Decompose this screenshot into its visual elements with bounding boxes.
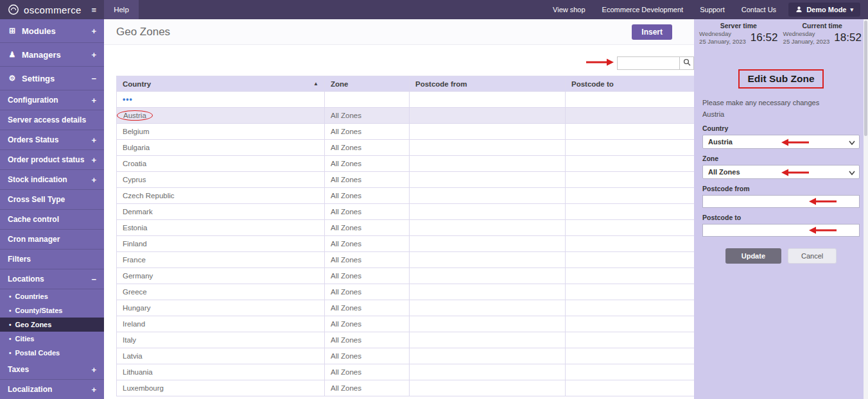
geo-zones-table: Country ▲ Zone Postcode from Postcode to… [116, 76, 695, 396]
table-row[interactable]: Czech Republic All Zones [117, 188, 695, 204]
filter-row[interactable]: ••• [117, 92, 695, 108]
table-row[interactable]: Lithuania All Zones [117, 364, 695, 380]
sidebar-item[interactable]: • Orders Status + [0, 130, 104, 150]
sidebar-item[interactable]: • Filters [0, 250, 104, 269]
table-row[interactable]: Italy All Zones [117, 332, 695, 348]
table-row[interactable]: Greece All Zones [117, 284, 695, 300]
column-header-postcode-from[interactable]: Postcode from [410, 76, 566, 92]
zone-cell: All Zones [325, 364, 410, 380]
zone-cell: All Zones [325, 140, 410, 156]
server-time-label: Server time [699, 22, 778, 30]
zone-cell: All Zones [325, 188, 410, 204]
scrollbar[interactable] [864, 19, 868, 399]
expand-icon: − [91, 74, 96, 83]
table-row[interactable]: France All Zones [117, 252, 695, 268]
table-row[interactable]: Denmark All Zones [117, 204, 695, 220]
sidebar-item[interactable]: • Countries [0, 289, 104, 303]
country-cell: Germany [117, 268, 325, 284]
sidebar-item[interactable]: ⚙ • Settings − [0, 67, 104, 90]
table-row[interactable]: Cyprus All Zones [117, 172, 695, 188]
chevron-down-icon [849, 169, 855, 176]
page-title: Geo Zones [116, 26, 170, 38]
country-cell-text: France [123, 256, 146, 264]
topbar-link[interactable]: Ecommerce Development [594, 0, 692, 19]
sidebar-item-label: Localization [8, 385, 52, 394]
postcode-from-cell [410, 124, 566, 140]
column-header-country[interactable]: Country ▲ [117, 76, 325, 92]
sidebar-item-label: Locations [8, 275, 44, 284]
country-cell: Ireland [117, 316, 325, 332]
sidebar: ⊞ • Modules + ♟ • Managers + ⚙ • Setting… [0, 19, 104, 399]
server-time-date: Wednesday 25 January, 2023 [699, 30, 746, 46]
sidebar-toggle-icon[interactable]: ≡ [91, 5, 96, 15]
search-button[interactable] [680, 56, 694, 70]
filter-dots[interactable]: ••• [123, 95, 133, 104]
country-cell: Estonia [117, 220, 325, 236]
table-row[interactable]: Germany All Zones [117, 268, 695, 284]
country-cell-text: Luxembourg [123, 384, 164, 392]
country-cell: Italy [117, 332, 325, 348]
country-cell: Lithuania [117, 364, 325, 380]
filter-cell [325, 92, 410, 108]
sidebar-item[interactable]: • Configuration + [0, 90, 104, 110]
sidebar-item[interactable]: • Localization + [0, 380, 104, 399]
annotation-arrow-icon [808, 226, 838, 237]
country-cell-text: Germany [123, 272, 153, 280]
column-header-zone[interactable]: Zone [325, 76, 410, 92]
table-row[interactable]: Finland All Zones [117, 236, 695, 252]
table-search-input[interactable] [617, 56, 680, 70]
postcode-from-cell [410, 300, 566, 316]
sidebar-item-label: Settings [22, 74, 55, 83]
postcode-from-cell [410, 332, 566, 348]
sidebar-item[interactable]: • Cities [0, 332, 104, 346]
postcode-to-cell [566, 108, 695, 124]
country-select[interactable]: Austria [702, 135, 860, 149]
table-row[interactable]: Luxembourg All Zones [117, 380, 695, 396]
zone-cell: All Zones [325, 236, 410, 252]
sidebar-item[interactable]: ♟ • Managers + [0, 43, 104, 67]
expand-icon: − [91, 275, 96, 284]
country-cell: Hungary [117, 300, 325, 316]
sidebar-item[interactable]: • Geo Zones [0, 318, 104, 332]
topbar-link[interactable]: Support [691, 0, 733, 19]
topbar-link[interactable]: Contact Us [733, 0, 785, 19]
menu-help[interactable]: Help [104, 0, 139, 19]
topbar-links: View shop Ecommerce Development Support … [544, 0, 785, 19]
zone-label: Zone [702, 155, 860, 162]
sidebar-item[interactable]: • Taxes + [0, 360, 104, 380]
sidebar-item[interactable]: • County/States [0, 303, 104, 318]
postcode-to-cell [566, 348, 695, 364]
sidebar-item-label: Cache control [8, 215, 59, 224]
sidebar-item-label: Filters [8, 255, 31, 264]
sidebar-item[interactable]: • Order product status + [0, 150, 104, 170]
table-row[interactable]: Ireland All Zones [117, 316, 695, 332]
brand-name: oscommerce [24, 4, 82, 15]
sidebar-item[interactable]: ⊞ • Modules + [0, 19, 104, 43]
insert-button[interactable]: Insert [632, 24, 672, 40]
topbar-link[interactable]: View shop [544, 0, 594, 19]
table-row[interactable]: Hungary All Zones [117, 300, 695, 316]
postcode-from-cell [410, 140, 566, 156]
brand[interactable]: oscommerce ≡ [0, 0, 104, 19]
sidebar-item[interactable]: • Cache control [0, 210, 104, 230]
cancel-button[interactable]: Cancel [788, 248, 837, 264]
zone-cell: All Zones [325, 108, 410, 124]
sidebar-item[interactable]: • Cron manager [0, 230, 104, 250]
table-row[interactable]: Croatia All Zones [117, 156, 695, 172]
table-row[interactable]: Belgium All Zones [117, 124, 695, 140]
postcode-to-cell [566, 284, 695, 300]
sidebar-item[interactable]: • Stock indication + [0, 170, 104, 190]
sidebar-item[interactable]: • Locations − [0, 269, 104, 289]
table-row[interactable]: Latvia All Zones [117, 348, 695, 364]
table-row[interactable]: Austria All Zones [117, 108, 695, 124]
scrollbar-thumb[interactable] [864, 21, 867, 136]
sidebar-item[interactable]: • Server access details [0, 110, 104, 130]
sidebar-item[interactable]: • Postal Codes [0, 346, 104, 360]
user-menu[interactable]: Demo Mode ▾ [788, 3, 860, 17]
sidebar-item[interactable]: • Cross Sell Type [0, 190, 104, 210]
zone-select[interactable]: All Zones [702, 165, 860, 179]
column-header-postcode-to[interactable]: Postcode to [566, 76, 695, 92]
table-row[interactable]: Estonia All Zones [117, 220, 695, 236]
update-button[interactable]: Update [725, 248, 781, 264]
table-row[interactable]: Bulgaria All Zones [117, 140, 695, 156]
